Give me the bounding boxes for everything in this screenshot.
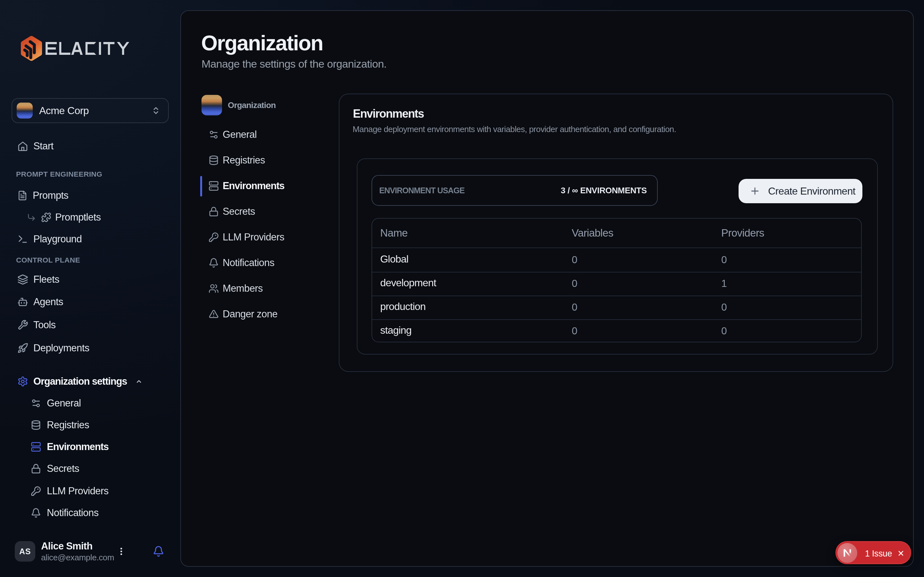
- gear-icon: [17, 376, 28, 387]
- sidebar-item-agents[interactable]: Agents: [0, 291, 180, 313]
- section-prompt-engineering: PROMPT ENGINEERING: [16, 170, 102, 179]
- environments-inner-card: ENVIRONMENT USAGE 3 / ∞ ENVIRONMENTS Cre…: [357, 158, 878, 355]
- sidebar-item-tools[interactable]: Tools: [0, 314, 180, 336]
- subnav-item-danger-zone-label: Danger zone: [223, 308, 278, 320]
- sidebar-item-environments[interactable]: Environments: [0, 436, 180, 458]
- environments-subtitle: Manage deployment environments with vari…: [352, 124, 676, 134]
- organization-avatar: [202, 95, 222, 115]
- environments-table: Name Variables Providers Global 0 0 deve…: [372, 218, 862, 342]
- table-row[interactable]: development 0 1: [372, 272, 861, 295]
- env-name-cell: staging: [380, 324, 412, 336]
- variables-cell: 0: [572, 254, 577, 266]
- sidebar-item-notifications[interactable]: Notifications: [0, 502, 180, 524]
- variables-cell: 0: [572, 277, 577, 290]
- usage-label: ENVIRONMENT USAGE: [379, 186, 465, 195]
- puzzle-icon: [41, 212, 51, 222]
- bell-blue-icon: [153, 546, 164, 557]
- user-meta: Alice Smith alice@example.com: [41, 540, 111, 562]
- user-avatar: AS: [15, 541, 35, 562]
- table-row[interactable]: staging 0 0: [372, 319, 861, 342]
- main-panel: Organization Manage the settings of the …: [180, 10, 914, 567]
- user-menu-button[interactable]: [116, 541, 126, 562]
- elacity-wordmark: [45, 42, 129, 55]
- subnav-item-environments[interactable]: Environments: [208, 176, 284, 196]
- page-title: Organization: [201, 31, 323, 55]
- row-divider: [372, 272, 861, 272]
- rocket-icon: [17, 343, 28, 354]
- notifications-bell-button[interactable]: [153, 541, 164, 562]
- table-header-name: Name: [380, 227, 408, 239]
- key-icon: [208, 232, 219, 242]
- server-icon: [208, 181, 219, 191]
- terminal-icon: [17, 234, 28, 245]
- subnav-item-llm-providers[interactable]: LLM Providers: [208, 227, 284, 247]
- key-icon: [31, 486, 41, 496]
- sidebar-item-registries[interactable]: Registries: [0, 414, 180, 436]
- sidebar-item-deployments-label: Deployments: [33, 342, 89, 354]
- database-icon: [31, 420, 41, 430]
- sliders-icon: [31, 398, 41, 408]
- sidebar-item-organization-settings[interactable]: Organization settings: [0, 371, 180, 392]
- providers-cell: 1: [721, 277, 727, 290]
- environments-title: Environments: [353, 107, 424, 121]
- environments-card: Environments Manage deployment environme…: [339, 93, 893, 372]
- nextjs-logo: [837, 543, 857, 563]
- page-subtitle: Manage the settings of the organization.: [202, 58, 387, 70]
- sidebar-item-start[interactable]: Start: [0, 135, 180, 157]
- bot-icon: [17, 297, 28, 308]
- sidebar-item-secrets[interactable]: Secrets: [0, 458, 180, 480]
- sidebar-item-promptlets-label: Promptlets: [55, 211, 101, 223]
- issue-count-label: 1 Issue: [865, 549, 892, 559]
- triangle-alert-icon: [208, 309, 219, 319]
- user-email: alice@example.com: [41, 553, 111, 562]
- ellipsis-vertical-icon: [116, 546, 126, 556]
- sidebar-item-playground[interactable]: Playground: [0, 228, 180, 250]
- issue-badge[interactable]: 1 Issue: [835, 541, 911, 564]
- wrench-icon: [17, 319, 28, 330]
- table-row[interactable]: production 0 0: [372, 295, 861, 319]
- workspace-selector[interactable]: Acme Corp: [11, 98, 169, 123]
- sidebar-item-registries-label: Registries: [47, 419, 89, 431]
- database-icon: [208, 155, 219, 165]
- sidebar-item-notifications-label: Notifications: [47, 507, 99, 519]
- providers-cell: 0: [721, 254, 727, 266]
- subnav-item-environments-label: Environments: [223, 180, 284, 192]
- subnav-item-general-label: General: [223, 129, 257, 140]
- table-header: Name Variables Providers: [372, 219, 861, 248]
- server-icon: [31, 442, 41, 452]
- subnav-item-registries[interactable]: Registries: [208, 150, 265, 171]
- table-header-providers: Providers: [721, 227, 764, 239]
- create-environment-button[interactable]: Create Environment: [738, 179, 863, 203]
- sidebar-item-org-settings-label: Organization settings: [33, 376, 127, 387]
- brand-logo: [20, 35, 129, 61]
- subnav-item-members[interactable]: Members: [208, 278, 263, 299]
- chevron-up-icon: [136, 378, 142, 385]
- sidebar-item-agents-label: Agents: [33, 296, 63, 308]
- sidebar-item-prompts[interactable]: Prompts: [0, 185, 180, 206]
- sidebar-item-deployments[interactable]: Deployments: [0, 337, 180, 359]
- sidebar-item-fleets[interactable]: Fleets: [0, 269, 180, 290]
- sidebar: Acme Corp Start PROMPT ENGINEERING Promp…: [0, 0, 180, 577]
- house-icon: [17, 141, 28, 152]
- subnav-item-secrets-label: Secrets: [223, 206, 255, 218]
- row-divider: [372, 295, 861, 296]
- sidebar-item-general[interactable]: General: [0, 392, 180, 414]
- subnav-header: Organization: [202, 95, 276, 115]
- sidebar-item-llm-providers[interactable]: LLM Providers: [0, 480, 180, 502]
- variables-cell: 0: [572, 301, 577, 313]
- elacity-logo-icon: [20, 35, 43, 61]
- bell-icon: [208, 258, 219, 268]
- lock-icon: [31, 464, 41, 474]
- workspace-name: Acme Corp: [39, 105, 152, 117]
- subnav-item-danger-zone[interactable]: Danger zone: [208, 304, 278, 324]
- subnav-item-general[interactable]: General: [208, 124, 257, 145]
- user-name: Alice Smith: [41, 540, 111, 552]
- sidebar-item-promptlets[interactable]: Promptlets: [0, 206, 180, 228]
- usage-value: 3 / ∞ ENVIRONMENTS: [561, 185, 647, 195]
- close-icon[interactable]: [897, 550, 905, 557]
- bell-icon: [31, 508, 41, 518]
- subnav-item-secrets[interactable]: Secrets: [208, 201, 255, 222]
- table-row[interactable]: Global 0 0: [372, 248, 861, 272]
- subnav-item-notifications[interactable]: Notifications: [208, 253, 274, 273]
- sidebar-item-environments-label: Environments: [47, 441, 108, 453]
